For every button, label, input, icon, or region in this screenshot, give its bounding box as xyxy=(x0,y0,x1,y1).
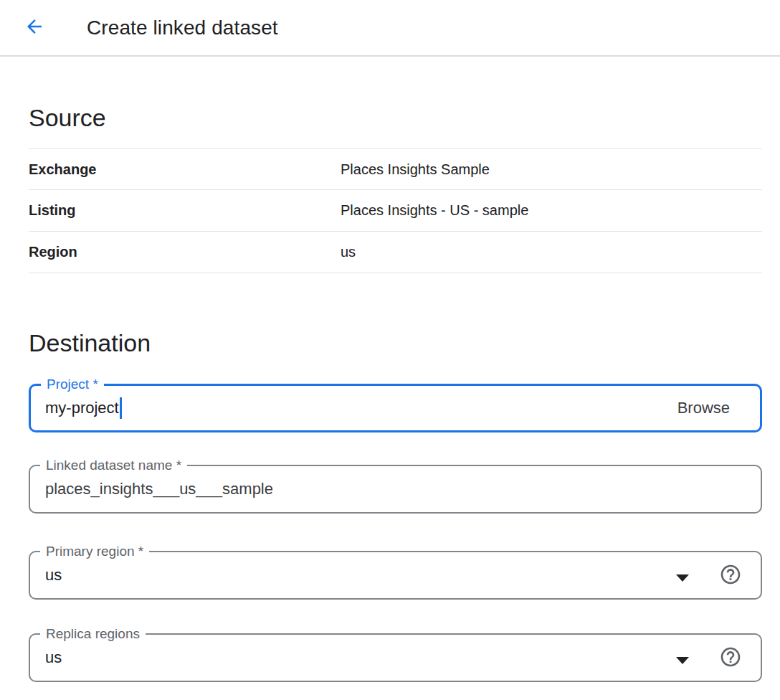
table-row-region: Region us xyxy=(29,232,762,273)
linked-dataset-name-field[interactable]: Linked dataset name * xyxy=(29,465,762,514)
browse-button[interactable]: Browse xyxy=(677,399,730,417)
exchange-value: Places Insights Sample xyxy=(341,161,490,178)
project-field[interactable]: Project * my-project Browse xyxy=(29,384,762,432)
primary-region-value: us xyxy=(45,566,731,585)
region-value: us xyxy=(341,244,356,260)
replica-regions-label: Replica regions xyxy=(40,626,146,642)
listing-label: Listing xyxy=(29,202,341,219)
project-input[interactable]: my-project xyxy=(45,397,677,419)
help-icon xyxy=(719,563,742,588)
primary-region-label: Primary region * xyxy=(40,544,149,559)
table-row-exchange: Exchange Places Insights Sample xyxy=(29,148,762,190)
table-row-listing: Listing Places Insights - US - sample xyxy=(29,190,762,232)
primary-region-help-button[interactable] xyxy=(719,564,742,587)
replica-regions-select[interactable]: Replica regions us xyxy=(29,633,762,682)
back-button[interactable] xyxy=(24,12,55,44)
page-title: Create linked dataset xyxy=(87,16,278,39)
header: Create linked dataset xyxy=(0,0,780,57)
source-table: Exchange Places Insights Sample Listing … xyxy=(29,148,762,273)
create-linked-dataset-form: Source Exchange Places Insights Sample L… xyxy=(0,103,780,682)
destination-section-heading: Destination xyxy=(29,328,762,358)
project-field-label: Project * xyxy=(41,377,104,392)
source-section-heading: Source xyxy=(29,103,762,133)
replica-regions-value: us xyxy=(45,648,731,667)
caret-down-icon xyxy=(676,572,689,579)
primary-region-select[interactable]: Primary region * us xyxy=(29,551,762,600)
exchange-label: Exchange xyxy=(29,161,341,178)
arrow-back-icon xyxy=(24,16,45,39)
text-cursor xyxy=(120,397,122,419)
linked-dataset-name-input[interactable] xyxy=(45,480,731,498)
linked-dataset-name-label: Linked dataset name * xyxy=(40,458,187,473)
listing-value: Places Insights - US - sample xyxy=(341,202,528,219)
caret-down-icon xyxy=(676,654,689,661)
replica-regions-help-button[interactable] xyxy=(719,646,742,669)
help-icon xyxy=(719,645,742,671)
region-label: Region xyxy=(29,244,341,260)
project-input-value: my-project xyxy=(45,399,119,417)
